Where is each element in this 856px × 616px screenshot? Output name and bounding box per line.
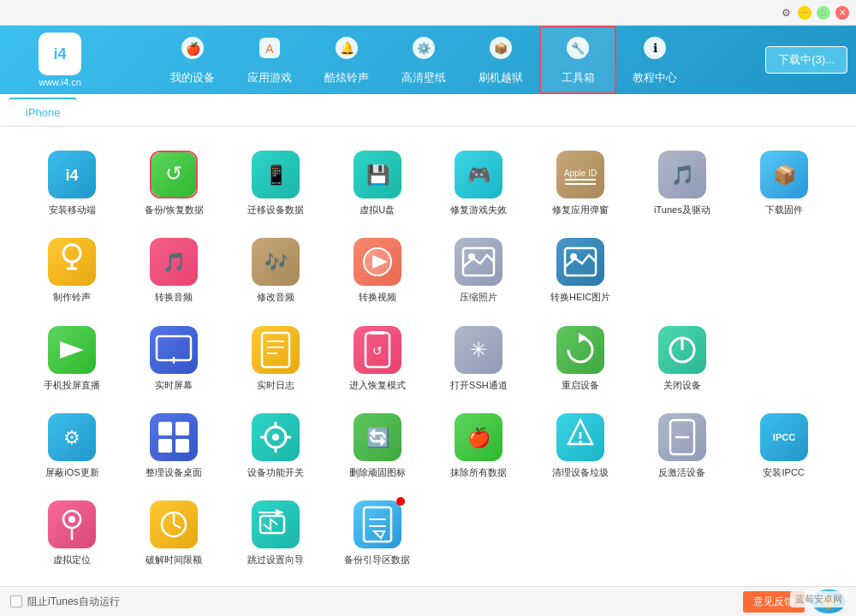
- svg-text:🎮: 🎮: [467, 163, 491, 187]
- tool-icon-convert-heic: [556, 238, 604, 286]
- tool-item-fix-game[interactable]: 🎮 修复游戏失效: [432, 144, 526, 222]
- tools-container: i4 安装移动端 ↺ 备份/恢复数据 📱 迁移设备数据 💾 虚拟U盘: [26, 144, 830, 572]
- tool-item-install-mobile[interactable]: i4 安装移动端: [26, 144, 119, 222]
- tool-label-download-firmware: 下载固件: [765, 204, 803, 216]
- tool-label-backup-guide-data: 备份引导区数据: [344, 554, 410, 566]
- tool-label-make-ringtone: 制作铃声: [53, 291, 91, 303]
- tool-item-break-time-limit[interactable]: 破解时间限额: [128, 494, 221, 572]
- wallpaper-icon: ⚙️: [411, 35, 437, 67]
- minimize-button[interactable]: ─: [798, 6, 811, 20]
- tool-label-itunes-driver: iTunes及驱动: [654, 204, 710, 216]
- tool-item-realtime-screen[interactable]: 实时屏幕: [128, 319, 221, 398]
- tool-item-wipe-all-data[interactable]: 🍎 抹除所有数据: [432, 406, 526, 485]
- tool-item-convert-heic[interactable]: 转换HEIC图片: [534, 231, 627, 310]
- tool-label-shutdown-device: 关闭设备: [663, 379, 701, 391]
- svg-text:Apple ID: Apple ID: [564, 169, 597, 178]
- tool-icon-itunes-driver: 🎵: [658, 151, 706, 198]
- tool-item-compress-photo[interactable]: 压缩照片: [432, 231, 526, 310]
- nav-item-tutorial[interactable]: ℹ教程中心: [616, 26, 693, 94]
- logo-url: www.i4.cn: [39, 77, 81, 87]
- nav-item-toolbox[interactable]: 🔧工具箱: [539, 26, 616, 94]
- svg-text:i4: i4: [66, 167, 79, 184]
- tool-row-4: 虚拟定位 破解时间限额 跳过设置向导 备份引导区数据: [26, 494, 830, 572]
- header-right: 下载中(3)...: [736, 46, 847, 74]
- tool-icon-fix-app-popup: Apple ID: [556, 151, 604, 198]
- tool-item-block-ios-update[interactable]: ⚙ 屏蔽iOS更新: [26, 406, 119, 485]
- jailbreak-icon: 📦: [488, 35, 514, 67]
- tool-icon-clean-device: [556, 413, 604, 461]
- tool-item-convert-video[interactable]: 转换视频: [330, 231, 424, 310]
- tool-icon-skip-setup: [252, 500, 300, 548]
- tool-empty: [737, 231, 830, 310]
- download-button[interactable]: 下载中(3)...: [765, 46, 847, 74]
- tool-icon-install-mobile: i4: [48, 151, 96, 198]
- tool-icon-delete-stubborn-icon: 🔄: [354, 413, 401, 461]
- nav-item-ringtone[interactable]: 🔔酷炫铃声: [308, 26, 385, 94]
- svg-text:⚙️: ⚙️: [417, 41, 431, 56]
- itunes-checkbox[interactable]: [10, 595, 22, 607]
- nav-item-app-games[interactable]: A应用游戏: [231, 26, 308, 94]
- tool-item-convert-audio[interactable]: 🎵 转换音频: [128, 231, 221, 310]
- tool-icon-block-ios-update: ⚙: [48, 413, 96, 461]
- svg-text:🎵: 🎵: [670, 163, 694, 187]
- svg-rect-98: [48, 500, 96, 548]
- tool-row-3: ⚙ 屏蔽iOS更新 整理设备桌面 设备功能开关 🔄 删除顽固图标: [26, 406, 830, 485]
- tool-item-realtime-log[interactable]: 实时日志: [229, 319, 323, 398]
- nav-label-tutorial: 教程中心: [633, 70, 677, 86]
- svg-text:✳: ✳: [470, 338, 487, 361]
- tabbar: iPhone: [0, 94, 856, 127]
- settings-icon[interactable]: ⚙: [779, 6, 793, 20]
- svg-rect-66: [556, 326, 604, 374]
- tool-item-restart-device[interactable]: 重启设备: [534, 319, 627, 398]
- tool-item-backup-restore[interactable]: ↺ 备份/恢复数据: [128, 144, 221, 222]
- tool-icon-install-ipcc: IPCC: [760, 413, 808, 461]
- tab-iphone[interactable]: iPhone: [9, 98, 77, 126]
- tool-item-shutdown-device[interactable]: 关闭设备: [636, 319, 729, 398]
- tool-item-delete-stubborn-icon[interactable]: 🔄 删除顽固图标: [330, 406, 424, 485]
- nav-item-my-device[interactable]: 🍎我的设备: [154, 26, 231, 94]
- tool-item-clean-device[interactable]: 清理设备垃圾: [534, 406, 627, 485]
- tool-item-device-functions[interactable]: 设备功能开关: [229, 406, 323, 485]
- tool-item-edit-audio[interactable]: 🎶 修改音频: [229, 231, 323, 310]
- close-button[interactable]: ✕: [835, 6, 849, 20]
- tool-item-virtual-udisk[interactable]: 💾 虚拟U盘: [330, 144, 424, 222]
- svg-text:🔄: 🔄: [366, 426, 389, 449]
- tool-item-recovery-mode[interactable]: ↺ 进入恢复模式: [330, 319, 424, 398]
- tool-label-convert-video: 转换视频: [359, 291, 396, 303]
- tool-item-fix-app-popup[interactable]: Apple ID 修复应用弹窗: [534, 144, 627, 222]
- tool-label-install-ipcc: 安装IPCC: [763, 466, 804, 478]
- nav-item-jailbreak[interactable]: 📦刷机越狱: [462, 26, 539, 94]
- tool-item-backup-guide-data[interactable]: 备份引导区数据: [330, 494, 424, 572]
- tool-label-convert-audio: 转换音频: [155, 291, 193, 303]
- tool-label-recovery-mode: 进入恢复模式: [349, 379, 406, 391]
- tool-item-download-firmware[interactable]: 📦 下载固件: [737, 144, 830, 222]
- svg-text:ℹ: ℹ: [653, 41, 657, 55]
- tool-item-itunes-driver[interactable]: 🎵 iTunes及驱动: [636, 144, 729, 222]
- tool-label-convert-heic: 转换HEIC图片: [550, 291, 610, 303]
- tool-item-install-ipcc[interactable]: IPCC 安装IPCC: [737, 406, 830, 485]
- nav-label-jailbreak: 刷机越狱: [479, 70, 523, 86]
- tool-icon-break-time-limit: [150, 500, 198, 548]
- tool-item-make-ringtone[interactable]: 制作铃声: [26, 231, 119, 310]
- tool-item-deactivate-device[interactable]: 反激活设备: [636, 406, 729, 485]
- svg-rect-77: [175, 439, 189, 453]
- svg-text:⚙: ⚙: [63, 427, 80, 448]
- tool-item-open-ssh[interactable]: ✳ 打开SSH通道: [432, 319, 526, 398]
- svg-text:↺: ↺: [372, 344, 383, 358]
- tool-row-1: 制作铃声 🎵 转换音频 🎶 修改音频 转换视频: [26, 231, 830, 310]
- maximize-button[interactable]: □: [817, 6, 830, 20]
- tool-label-organize-desktop: 整理设备桌面: [146, 466, 202, 478]
- header: i4 www.i4.cn 🍎我的设备A应用游戏🔔酷炫铃声⚙️高清壁纸📦刷机越狱🔧…: [0, 26, 856, 94]
- tool-item-migrate-data[interactable]: 📱 迁移设备数据: [229, 144, 323, 222]
- tool-item-screen-cast[interactable]: 手机投屏直播: [26, 319, 119, 398]
- svg-rect-75: [175, 422, 189, 435]
- tool-item-virtual-location[interactable]: 虚拟定位: [26, 494, 119, 572]
- tool-icon-convert-video: [354, 238, 401, 286]
- tool-icon-realtime-screen: [150, 326, 198, 374]
- tool-item-organize-desktop[interactable]: 整理设备桌面: [128, 406, 221, 485]
- tool-icon-wipe-all-data: 🍎: [455, 413, 502, 461]
- logo-icon: i4: [39, 33, 81, 75]
- tool-empty: [737, 494, 830, 572]
- tool-item-skip-setup[interactable]: 跳过设置向导: [229, 494, 323, 572]
- nav-item-wallpaper[interactable]: ⚙️高清壁纸: [385, 26, 462, 94]
